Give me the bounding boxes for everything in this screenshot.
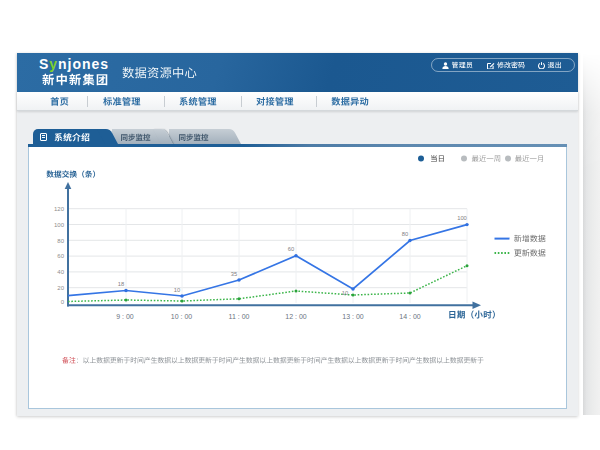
svg-text:14 : 00: 14 : 00	[399, 313, 421, 320]
svg-text:120: 120	[54, 206, 65, 212]
svg-text:80: 80	[57, 238, 64, 244]
svg-text:40: 40	[57, 269, 64, 275]
svg-text:11 : 00: 11 : 00	[229, 313, 250, 320]
svg-text:35: 35	[231, 271, 237, 277]
svg-text:0: 0	[61, 299, 65, 305]
svg-text:18: 18	[118, 281, 124, 287]
svg-text:10: 10	[174, 287, 180, 293]
svg-text:80: 80	[402, 231, 408, 237]
svg-text:100: 100	[54, 222, 65, 228]
svg-text:60: 60	[57, 253, 64, 259]
svg-text:9 : 00: 9 : 00	[116, 313, 134, 320]
svg-text:10: 10	[342, 290, 348, 296]
svg-text:20: 20	[57, 285, 64, 291]
svg-text:100: 100	[457, 215, 467, 221]
svg-text:10 : 00: 10 : 00	[171, 313, 193, 320]
svg-text:60: 60	[288, 246, 294, 252]
svg-text:13 : 00: 13 : 00	[342, 313, 364, 320]
svg-text:12 : 00: 12 : 00	[285, 313, 307, 320]
